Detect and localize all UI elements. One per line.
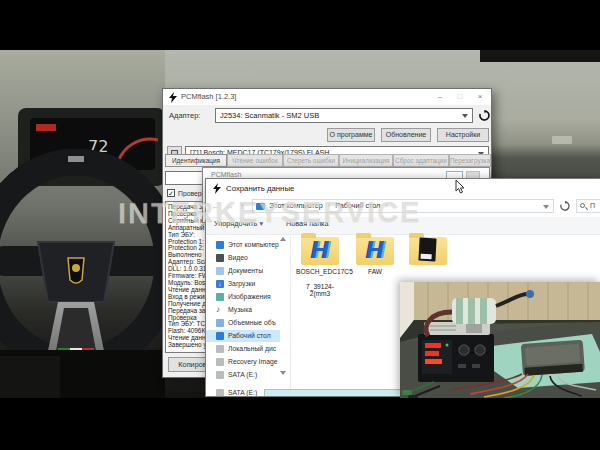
music-icon: ♪ [216,306,224,314]
pictures-icon [216,293,224,301]
desk-photo-icon [418,238,436,262]
tab-read-errors[interactable]: Чтение ошибок [227,154,283,167]
refresh-icon[interactable] [560,201,570,211]
winols-icon: H [360,235,390,265]
pcmflash-logo-icon [213,183,221,194]
sidebar-item-3d-objects[interactable]: Объемные объ [206,317,280,329]
sidebar-item-label: SATA (E:) [228,369,257,381]
window-title: PCMflash [1.2.3] [181,92,236,101]
tab-erase-errors[interactable]: Стереть ошибки [283,154,339,167]
file-label: FAW [368,268,382,275]
winols-icon: H [305,235,335,265]
close-icon[interactable]: × [471,89,489,104]
sidebar-item-downloads[interactable]: ↓ Загрузки [206,278,280,290]
file-label: BOSCH_EDC17C5 [296,268,353,275]
scroll-down-icon[interactable] [280,371,286,375]
sidebar-item-label: Recovery Image [228,356,278,368]
tab-reset-adaptation[interactable]: Сброс адаптации [393,154,449,167]
sidebar-item-recovery[interactable]: Recovery Image [206,356,280,368]
wall-label [552,136,572,144]
settings-button[interactable]: Настройки [437,128,489,142]
tab-reboot[interactable]: Перезагрузка [449,154,491,167]
action-tabs: Идентификация Чтение ошибок Стереть ошиб… [165,154,491,167]
sidebar-item-documents[interactable]: Документы [206,265,280,277]
sidebar-item-label: SATA (E:) [228,387,257,397]
sidebar-item-label: Локальный дис [228,343,276,355]
folder-icon [409,237,447,265]
mini-dialog-title: PCMflash [211,171,241,178]
sidebar-item-label: Музыка [228,304,252,316]
disk-icon [216,358,224,366]
chevron-down-icon [462,114,468,118]
scroll-up-icon[interactable] [280,237,286,241]
minimize-icon[interactable]: – [431,89,449,104]
sidebar-item-label: Документы [228,265,263,277]
folder-icon: H [356,237,394,265]
video-icon [216,254,224,262]
maximize-icon[interactable]: □ [451,89,469,104]
sidebar-item-video[interactable]: Видео [206,252,280,264]
windshield-edge [480,50,600,62]
sidebar-item-pictures[interactable]: Изображения [206,291,280,303]
sidebar: Этот компьютер Видео Документы ↓ Загрузк… [206,235,290,397]
sidebar-item-label: Рабочий стол [228,330,271,342]
file-folder-faw[interactable]: H FAW [351,237,399,275]
sidebar-item-label: Загрузки [228,278,255,290]
screen: 72 PCMflash [1.2.3] – □ × Адаптер: J2534… [0,0,600,450]
tab-identification[interactable]: Идентификация [165,154,227,167]
sidebar-item-desktop[interactable]: Рабочий стол [206,330,280,342]
pcmflash-titlebar[interactable]: PCMflash [1.2.3] – □ × [163,89,491,105]
sidebar-item-label: Объемные объ [228,317,276,329]
refresh-icon[interactable] [479,110,490,121]
sidebar-item-label: Видео [228,252,248,264]
update-button[interactable]: Обновление [381,128,431,142]
pcmflash-logo-icon [169,92,177,103]
sidebar-item-label: Этот компьютер [228,239,279,251]
sidebar-item-local-disk[interactable]: Локальный дис [206,343,280,355]
bench-photo [400,282,600,398]
adapter-value: J2534: Scanmatik - SM2 USB [220,111,319,120]
filename-input[interactable] [264,389,414,397]
save-dialog-title: Сохранить данные [226,184,294,193]
chevron-down-icon[interactable] [543,205,549,209]
file-label: 7_39124-2(mm3 [306,283,334,297]
pane-divider [290,235,291,397]
adapter-select[interactable]: J2534: Scanmatik - SM2 USB [215,108,473,123]
disk-icon [216,371,224,379]
adapter-label: Адаптер: [169,111,200,120]
sidebar-item-label: Изображения [228,291,271,303]
check-icon: ✓ [168,190,174,197]
watermark: INTERKEYSERVICE [118,197,421,230]
disk-icon [216,389,224,397]
sidebar-item-music[interactable]: ♪ Музыка [206,304,280,316]
folder-icon: H [301,237,339,265]
search-text: П [590,202,595,209]
ecu-module [521,340,585,376]
sidebar-item-sata-e[interactable]: SATA (E:) [206,369,280,381]
sidebar-item-this-pc[interactable]: Этот компьютер [206,239,280,251]
search-box[interactable]: П [576,199,600,213]
mouse-cursor [455,180,465,194]
documents-icon [216,267,224,275]
verify-checkbox[interactable]: ✓ [167,189,175,197]
disk-icon [216,345,224,353]
save-dialog-titlebar[interactable]: Сохранить данные [206,179,600,197]
letterbox-top [0,0,600,50]
power-supply [418,334,494,382]
tab-initialization[interactable]: Инициализация [339,154,393,167]
file-folder-bosch[interactable]: H BOSCH_EDC17C5 7_39124-2(mm3 [296,237,344,298]
download-icon: ↓ [216,280,224,288]
computer-icon [216,241,224,249]
desktop-icon [216,332,224,340]
letterbox-bottom [0,398,600,450]
file-folder-photos[interactable] [404,237,452,265]
search-icon [580,203,585,208]
cube-icon [216,319,224,327]
about-button[interactable]: О программе [327,128,375,142]
